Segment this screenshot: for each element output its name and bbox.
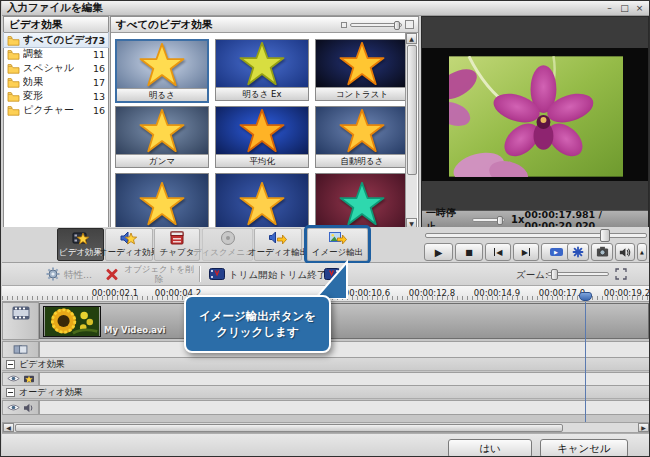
- video-track-header: [2, 302, 39, 340]
- effect-card[interactable]: 明るさ: [115, 39, 209, 103]
- clip-thumbnail: [43, 306, 101, 337]
- close-button[interactable]: ×: [634, 3, 645, 13]
- mode-button-audio-export[interactable]: オーディオ輸出: [254, 228, 302, 261]
- seek-slider-handle[interactable]: [600, 229, 610, 242]
- effect-category-item[interactable]: すべてのビデオ効果73: [4, 33, 108, 47]
- timeline-zoom-slider[interactable]: [547, 272, 609, 276]
- dialog-title: 入力ファイルを編集: [7, 1, 103, 15]
- timeline-zoom-handle[interactable]: [551, 269, 558, 280]
- star-icon: [339, 182, 385, 226]
- effect-thumbnail: [316, 107, 407, 154]
- next-scene-icon: ▶: [550, 248, 563, 256]
- thumbnail-small-icon: [341, 22, 347, 28]
- collapse-icon[interactable]: [6, 360, 15, 369]
- effect-card[interactable]: 明るさ Ex: [215, 39, 309, 101]
- next-frame-icon: ▶: [522, 248, 528, 257]
- star-icon: [339, 109, 385, 153]
- audio-effects-section-label: オーディオ効果: [19, 386, 83, 399]
- folder-icon: [7, 105, 20, 116]
- timeline-scrollbar-thumb[interactable]: [15, 424, 563, 432]
- scroll-right-icon[interactable]: ▶: [638, 423, 649, 432]
- previous-frame-icon: ◀: [496, 248, 502, 257]
- effect-thumbnail: [116, 174, 208, 229]
- folder-icon: [7, 35, 20, 46]
- category-count: 73: [92, 35, 105, 46]
- stop-button[interactable]: ■: [455, 243, 483, 261]
- category-count: 11: [93, 49, 105, 60]
- folder-icon: [7, 63, 20, 74]
- trim-start-button[interactable]: トリム開始: [229, 269, 277, 282]
- speed-slider-handle[interactable]: [497, 216, 503, 225]
- effect-card[interactable]: コントラスト: [315, 39, 407, 101]
- eye-icon[interactable]: [7, 403, 20, 412]
- effect-card[interactable]: 平均化: [215, 106, 309, 168]
- fit-timeline-icon[interactable]: [615, 268, 627, 280]
- video-effect-icon: [23, 374, 35, 384]
- effect-categories-panel: ビデオ効果 すべてのビデオ効果73調整11スペシャル16効果17変形13ピクチャ…: [3, 16, 109, 229]
- star-icon: [139, 182, 185, 226]
- chapters-icon: [168, 230, 186, 246]
- effect-category-item[interactable]: ピクチャー16: [4, 103, 108, 117]
- audio-effects-track-header: [2, 400, 39, 415]
- category-count: 16: [93, 63, 105, 74]
- video-preview-image: [449, 56, 623, 177]
- collapse-icon[interactable]: [6, 388, 15, 397]
- callout-tooltip: イメージ輸出ボタンを クリックします: [184, 295, 331, 353]
- effects-scrollbar[interactable]: ▲ ▼: [405, 33, 417, 229]
- volume-popup-button[interactable]: ▲: [637, 243, 647, 261]
- previous-frame-button[interactable]: ◀: [485, 243, 511, 261]
- preview-panel: 一時停止 1x 00:00:17.981 / 00:00:20.020: [421, 16, 649, 229]
- chevron-up-icon: ▲: [640, 249, 644, 255]
- yes-button[interactable]: はい: [448, 439, 532, 457]
- effect-card[interactable]: [315, 173, 407, 229]
- delete-icon: [106, 268, 118, 280]
- eye-icon[interactable]: [7, 374, 20, 383]
- volume-button[interactable]: [615, 243, 635, 261]
- transition-icon: [13, 344, 28, 355]
- scroll-up-icon[interactable]: ▲: [406, 33, 417, 44]
- scrollbar-thumb[interactable]: [407, 45, 417, 175]
- split-button[interactable]: [567, 243, 589, 261]
- thumbnail-size-slider-handle[interactable]: [394, 21, 400, 30]
- effect-category-item[interactable]: スペシャル16: [4, 61, 108, 75]
- next-frame-button[interactable]: ▶: [513, 243, 539, 261]
- effect-category-item[interactable]: 調整11: [4, 47, 108, 61]
- mode-button-audio-effects[interactable]: オーディオ効果: [105, 228, 153, 261]
- cancel-button[interactable]: キャンセル: [540, 439, 628, 457]
- effect-category-item[interactable]: 変形13: [4, 89, 108, 103]
- split-icon: [572, 246, 584, 258]
- star-icon: [239, 42, 285, 86]
- delete-object-button: オブジェクトを削除: [123, 264, 195, 284]
- audio-effects-section[interactable]: オーディオ効果: [2, 386, 650, 399]
- effect-category-item[interactable]: 効果17: [4, 75, 108, 89]
- playhead-marker[interactable]: [579, 292, 592, 301]
- title-bar: 入力ファイルを編集 – □ ×: [2, 1, 650, 16]
- star-icon: [139, 109, 185, 153]
- scroll-left-icon[interactable]: ◀: [3, 423, 14, 432]
- effect-name: コントラスト: [316, 87, 407, 100]
- effect-thumbnail: [216, 40, 308, 87]
- effect-card[interactable]: ガンマ: [115, 106, 209, 168]
- star-icon: [139, 43, 185, 87]
- effect-card[interactable]: [115, 173, 209, 229]
- video-clip[interactable]: My Video.avi: [39, 303, 649, 339]
- mode-button-video-effects[interactable]: ビデオ効果: [57, 228, 104, 261]
- effect-name: 平均化: [216, 154, 308, 167]
- video-effects-section[interactable]: ビデオ効果: [2, 358, 650, 371]
- effect-thumbnail: [216, 174, 308, 229]
- effect-name: 自動明るさ: [316, 154, 407, 167]
- effect-card[interactable]: [215, 173, 309, 229]
- mode-button-disc-menu: ディスクメニュー: [202, 228, 253, 261]
- minimize-button[interactable]: –: [604, 3, 615, 13]
- effect-thumbnail: [116, 107, 208, 154]
- callout-pointer: [307, 257, 355, 299]
- effect-card[interactable]: 自動明るさ: [315, 106, 407, 168]
- maximize-button[interactable]: □: [619, 3, 630, 13]
- timeline-scrollbar[interactable]: ◀ ▶: [2, 422, 650, 433]
- speed-slider[interactable]: [472, 218, 506, 222]
- snapshot-button[interactable]: [591, 243, 613, 261]
- category-label: スペシャル: [23, 61, 74, 75]
- seek-slider[interactable]: [425, 233, 647, 238]
- thumbnail-size-slider[interactable]: [350, 23, 402, 27]
- play-button[interactable]: ▶: [424, 243, 453, 261]
